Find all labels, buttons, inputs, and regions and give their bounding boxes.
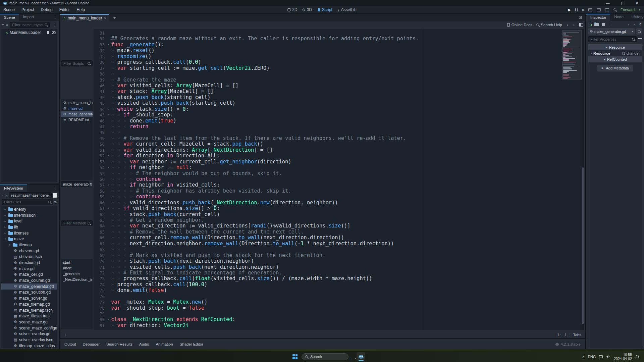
sort-files-icon[interactable]: ⇅ [54,200,57,204]
file-tree-item-maze_tileset.tres[interactable]: ▦maze_tileset.tres [1,313,57,319]
file-tree-item-level[interactable]: ▸level [1,218,57,224]
method-item-_NextDirection_init[interactable]: _NextDirection._init [61,277,93,282]
sort-methods-icon[interactable]: ⇅ [90,183,93,186]
code-line-62[interactable]: 62» » » stack.push_back(current_cell) [94,212,584,217]
code-line-33[interactable]: 33▾func _generate(): [94,42,584,48]
code-minimap[interactable] [563,31,581,79]
fold-arrow-icon[interactable]: ▾ [106,112,111,118]
code-line-81[interactable]: 81» var direction: Vector2i [94,323,584,328]
code-line-35[interactable]: 35» randomize() [94,54,584,59]
minimize-button[interactable]: — [606,1,609,5]
edit-back-icon[interactable]: ‹ [627,22,630,27]
file-tree-item-scene_maze_configuratio...[interactable]: ⚙scene_maze_configuratio... [1,325,57,331]
code-line-72[interactable]: 72» » # Emit signal to indicate percenta… [94,270,584,276]
file-tree-item-solver_overlay.tscn[interactable]: ▤solver_overlay.tscn [1,337,57,343]
language-indicator[interactable]: ENG [588,355,596,359]
code-line-41[interactable]: 41» var stack: Array[MazeCell] = [] [94,89,584,94]
vertical-scrollbar[interactable] [582,29,584,330]
save-resource-icon[interactable] [602,23,605,26]
code-line-54[interactable]: 54▾» » » if neighbor == null: [94,165,584,170]
code-line-48[interactable]: 48» » [94,130,584,135]
code-line-38[interactable]: 38» [94,71,584,77]
instance-scene-button[interactable]: ∞ [6,23,8,27]
menu-scene[interactable]: Scene [0,6,18,14]
scene-tools-icon[interactable]: ⋮ [51,23,57,27]
close-button[interactable]: × [636,1,638,5]
godot-app-icon[interactable] [357,352,365,361]
method-item-_generate[interactable]: _generate [61,271,93,277]
attached-script-icon[interactable] [47,31,50,35]
script-item[interactable]: ⚙maze_generator... [61,111,93,117]
code-line-65[interactable]: 65» » » # Remove the wall between the cu… [94,229,584,235]
collapse-panel-icon[interactable]: ‹ [64,333,66,337]
fold-arrow-icon[interactable]: ▾ [106,106,111,112]
code-line-45[interactable]: 45▾» » if _should_stop: [94,112,584,118]
device-icon[interactable] [599,355,603,358]
menu-editor[interactable]: Editor [56,6,73,14]
hidden-icons-chevron[interactable]: ∧ [582,355,585,358]
context-2d[interactable]: 2D [287,7,297,12]
code-line-37[interactable]: 37» var starting_cell := maze.get_cell(V… [94,65,584,71]
bottom-tab-audio[interactable]: Audio [139,342,149,346]
new-tab-button[interactable]: + [109,14,120,21]
code-line-56[interactable]: 56» » » » continue [94,176,584,182]
code-line-69[interactable]: 69» » » # Mark as visited and push to th… [94,253,584,258]
code-line-50[interactable]: 50» » var current_cell: MazeCell = stack… [94,141,584,147]
distraction-free-icon[interactable]: ⊡ [575,14,585,21]
filter-properties-input[interactable] [588,36,637,42]
code-line-77[interactable]: 77var _mutex: Mutex = Mutex.new() [94,299,584,305]
fold-arrow-icon[interactable]: ▾ [106,317,111,322]
code-line-55[interactable]: 55» » » » # The neighbor would be out of… [94,171,584,176]
file-tree-item-solver_overlay.gd[interactable]: ⚙solver_overlay.gd [1,331,57,337]
file-tree-item-maze_column.gd[interactable]: ⚙maze_column.gd [1,277,57,283]
code-line-51[interactable]: 51» » var valid_directions: Array[_NextD… [94,147,584,153]
scrollbar-thumb[interactable] [582,167,584,324]
speaker-icon[interactable] [606,355,610,359]
code-line-43[interactable]: 43» visited_cells.push_back(starting_cel… [94,100,584,106]
edit-forward-icon[interactable]: › [633,22,636,27]
code-line-59[interactable]: 59» » » » continue [94,194,584,200]
property-tools-icon[interactable] [638,38,642,41]
tab-import[interactable]: Import [19,14,38,21]
script-history-forward-icon[interactable]: › [573,23,575,27]
online-docs-button[interactable]: Online Docs [507,23,533,27]
file-tree-item-tilemap_maze_atlas_coord...[interactable]: ⚙tilemap_maze_atlas_coord... [1,343,57,348]
scene-filter-input[interactable] [10,22,50,28]
play-scene-button[interactable] [588,8,592,11]
code-line-58[interactable]: 58» » » » # This neighbor has already be… [94,188,584,194]
scene-tree-node-root[interactable]: ○ MainMenuLoader [1,30,57,36]
file-tree-item-direction.gd[interactable]: ⚙direction.gd [1,260,57,266]
file-tree-item-tilemap[interactable]: ▸tilemap [1,242,57,248]
file-tree-item-maze[interactable]: ▾maze [1,236,57,242]
context-3d[interactable]: 3D [303,7,312,12]
menu-project[interactable]: Project [18,6,37,14]
code-line-78[interactable]: 78var _should_stop: bool = false [94,305,584,311]
file-tree-item-chevron.tscn[interactable]: ▤chevron.tscn [1,254,57,260]
load-resource-icon[interactable] [594,23,599,26]
tab-scene[interactable]: Scene [0,14,19,21]
file-tree-item-chevron.gd[interactable]: ⚙chevron.gd [1,248,57,254]
method-item-abort[interactable]: abort [61,265,93,271]
history-back-icon[interactable]: ‹ [2,193,4,197]
file-tree-item-maze_tilemap.gd[interactable]: ⚙maze_tilemap.gd [1,301,57,307]
code-line-68[interactable]: 68» » » [94,247,584,252]
menu-debug[interactable]: Debug [37,6,56,14]
script-item[interactable]: ⚙main_menu_loa... [61,100,93,106]
dock-menu-icon[interactable]: ⋮ [53,14,59,21]
code-line-31[interactable]: 31 [94,30,584,36]
code-line-79[interactable]: 79 [94,311,584,317]
code-line-74[interactable]: 74» progress_callback.call(100.0) [94,282,584,288]
pause-button[interactable] [575,8,578,11]
code-line-57[interactable]: 57▾» » » if neighbor in visited_cells: [94,182,584,188]
script-item[interactable]: ≣README.txt [61,117,93,123]
tab-filesystem[interactable]: FileSystem [0,185,27,192]
code-line-49[interactable]: 49» » # Remove the last item from the st… [94,136,584,141]
code-line-47[interactable]: 47» » » return [94,124,584,130]
code-line-75[interactable]: 75» done.emit(false) [94,288,584,293]
code-line-42[interactable]: 42» stack.push_back(starting_cell) [94,95,584,100]
file-tree-item-intermission[interactable]: ▸intermission [1,212,57,218]
tab-inspector[interactable]: Inspector [586,14,610,21]
bottom-tab-output[interactable]: Output [64,342,76,346]
file-tree-item-maze_solution.gd[interactable]: ⚙maze_solution.gd [1,290,57,296]
code-line-46[interactable]: 46» » » done.emit(true) [94,118,584,124]
